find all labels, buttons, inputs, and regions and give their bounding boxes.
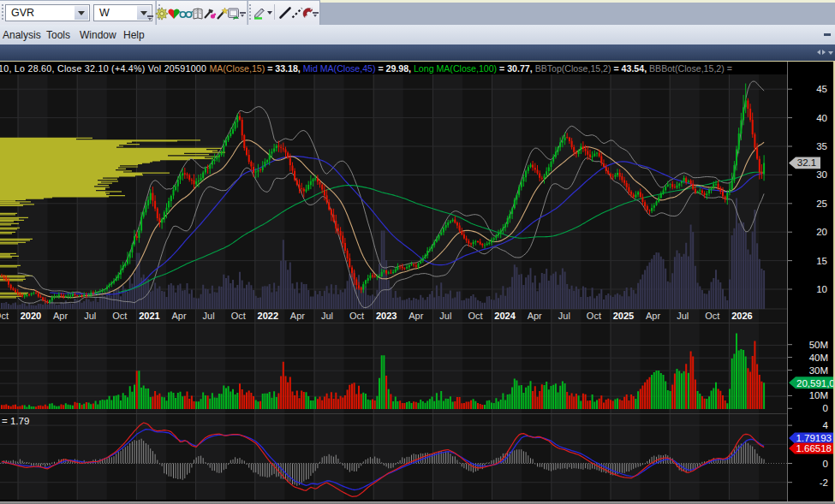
svg-text:Oct: Oct <box>349 311 364 321</box>
svg-text:2022: 2022 <box>258 311 278 321</box>
svg-text:45: 45 <box>816 84 827 94</box>
svg-text:50M: 50M <box>809 340 828 350</box>
svg-text:0: 0 <box>823 459 828 469</box>
svg-text:35: 35 <box>816 141 827 151</box>
svg-text:0: 0 <box>823 403 828 413</box>
svg-text:Jul: Jul <box>558 311 570 321</box>
svg-text:Jul: Jul <box>677 311 689 321</box>
svg-text:30: 30 <box>816 169 827 180</box>
svg-text:Apr: Apr <box>53 311 68 321</box>
svg-text:Oct: Oct <box>231 311 246 321</box>
svg-text:Oct: Oct <box>468 311 482 321</box>
svg-text:20: 20 <box>816 227 827 237</box>
svg-text:Jul: Jul <box>203 311 215 321</box>
svg-text:2024: 2024 <box>494 311 516 321</box>
svg-text:2023: 2023 <box>376 311 397 321</box>
svg-text:Apr: Apr <box>409 311 423 321</box>
svg-text:40: 40 <box>816 113 827 123</box>
svg-text:Apr: Apr <box>171 311 186 321</box>
svg-text:25: 25 <box>816 199 827 209</box>
svg-text:4: 4 <box>823 420 829 430</box>
svg-text:30M: 30M <box>809 365 828 376</box>
svg-text:10, Lo 28.60, Close 32.10 (+4.: 10, Lo 28.60, Close 32.10 (+4.4%) Vol 20… <box>0 63 732 74</box>
svg-text:2025: 2025 <box>613 311 634 321</box>
svg-text:Apr: Apr <box>528 311 542 321</box>
svg-text:Oct: Oct <box>587 311 601 321</box>
svg-text:1.79193: 1.79193 <box>796 433 832 443</box>
svg-text:Oct: Oct <box>705 311 719 321</box>
svg-text:Apr: Apr <box>646 311 660 321</box>
svg-text:10: 10 <box>816 284 827 294</box>
svg-text:15: 15 <box>816 256 827 266</box>
svg-text:Oct: Oct <box>0 311 9 321</box>
svg-text:40M: 40M <box>809 353 828 363</box>
svg-text:2021: 2021 <box>139 311 159 321</box>
svg-text:Jul: Jul <box>84 311 96 321</box>
svg-text:Oct: Oct <box>112 311 127 321</box>
svg-text:Jul: Jul <box>439 311 451 321</box>
svg-text:-2: -2 <box>820 477 828 488</box>
svg-text:Apr: Apr <box>290 311 305 321</box>
svg-text:10M: 10M <box>809 390 828 400</box>
svg-text:2020: 2020 <box>21 311 41 321</box>
svg-text:20,591,00: 20,591,00 <box>796 378 835 388</box>
svg-text:2026: 2026 <box>731 311 752 321</box>
svg-text:1.66518: 1.66518 <box>796 443 832 454</box>
svg-text:Jul: Jul <box>321 311 333 321</box>
svg-text:32.1: 32.1 <box>797 157 816 168</box>
svg-text:= 1.79: = 1.79 <box>2 416 29 426</box>
